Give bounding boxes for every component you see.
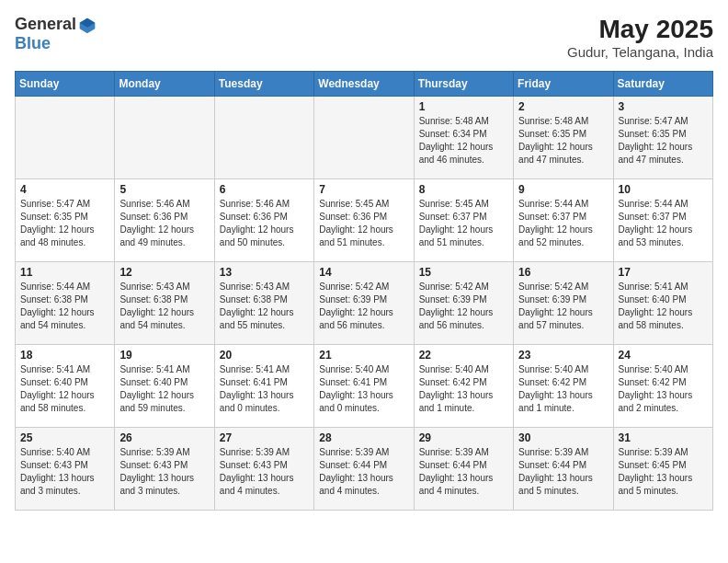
logo-text: General Blue: [15, 15, 97, 53]
day-number: 2: [518, 100, 608, 113]
day-info: Sunrise: 5:39 AM Sunset: 6:43 PM Dayligh…: [119, 446, 209, 498]
day-number: 27: [220, 431, 309, 444]
week-row-1: 1Sunrise: 5:48 AM Sunset: 6:34 PM Daylig…: [16, 97, 713, 179]
calendar-cell: 31Sunrise: 5:39 AM Sunset: 6:45 PM Dayli…: [613, 428, 712, 511]
week-row-3: 11Sunrise: 5:44 AM Sunset: 6:38 PM Dayli…: [16, 262, 713, 345]
day-header-monday: Monday: [115, 72, 214, 97]
calendar-cell: 11Sunrise: 5:44 AM Sunset: 6:38 PM Dayli…: [16, 262, 115, 345]
day-info: Sunrise: 5:43 AM Sunset: 6:38 PM Dayligh…: [119, 281, 209, 332]
day-info: Sunrise: 5:43 AM Sunset: 6:38 PM Dayligh…: [220, 281, 309, 332]
logo-icon: [78, 17, 97, 35]
calendar-cell: 6Sunrise: 5:46 AM Sunset: 6:36 PM Daylig…: [214, 179, 313, 262]
calendar-cell: 30Sunrise: 5:39 AM Sunset: 6:44 PM Dayli…: [514, 428, 613, 511]
page-subtitle: Gudur, Telangana, India: [567, 44, 713, 60]
logo: General Blue: [15, 15, 97, 53]
page-header: General Blue May 2025 Gudur, Telangana, …: [15, 15, 713, 60]
day-info: Sunrise: 5:41 AM Sunset: 6:40 PM Dayligh…: [619, 281, 708, 332]
day-number: 9: [518, 183, 608, 196]
week-row-4: 18Sunrise: 5:41 AM Sunset: 6:40 PM Dayli…: [16, 345, 713, 428]
day-info: Sunrise: 5:41 AM Sunset: 6:41 PM Dayligh…: [220, 363, 309, 415]
day-number: 8: [419, 183, 508, 196]
day-number: 26: [119, 431, 209, 444]
day-info: Sunrise: 5:46 AM Sunset: 6:36 PM Dayligh…: [119, 198, 209, 249]
day-number: 23: [518, 349, 608, 362]
day-info: Sunrise: 5:44 AM Sunset: 6:37 PM Dayligh…: [518, 198, 608, 249]
calendar-cell: 22Sunrise: 5:40 AM Sunset: 6:42 PM Dayli…: [414, 345, 513, 428]
day-info: Sunrise: 5:45 AM Sunset: 6:36 PM Dayligh…: [319, 198, 408, 249]
calendar-cell: [314, 97, 414, 179]
calendar-cell: 3Sunrise: 5:47 AM Sunset: 6:35 PM Daylig…: [613, 97, 712, 179]
day-number: 24: [619, 349, 708, 362]
calendar-cell: 21Sunrise: 5:40 AM Sunset: 6:41 PM Dayli…: [314, 345, 414, 428]
page-title: May 2025: [567, 15, 713, 44]
calendar-cell: 16Sunrise: 5:42 AM Sunset: 6:39 PM Dayli…: [514, 262, 613, 345]
day-number: 25: [20, 431, 109, 444]
day-info: Sunrise: 5:42 AM Sunset: 6:39 PM Dayligh…: [319, 281, 408, 332]
day-info: Sunrise: 5:40 AM Sunset: 6:42 PM Dayligh…: [619, 363, 708, 415]
day-info: Sunrise: 5:48 AM Sunset: 6:34 PM Dayligh…: [419, 115, 508, 167]
day-number: 15: [419, 266, 508, 279]
day-number: 14: [319, 266, 408, 279]
calendar-cell: 4Sunrise: 5:47 AM Sunset: 6:35 PM Daylig…: [16, 179, 115, 262]
calendar-cell: 24Sunrise: 5:40 AM Sunset: 6:42 PM Dayli…: [613, 345, 712, 428]
title-block: May 2025 Gudur, Telangana, India: [567, 15, 713, 60]
day-info: Sunrise: 5:39 AM Sunset: 6:43 PM Dayligh…: [220, 446, 309, 498]
logo-line2: Blue: [15, 35, 97, 53]
day-number: 10: [619, 183, 708, 196]
day-info: Sunrise: 5:48 AM Sunset: 6:35 PM Dayligh…: [518, 115, 608, 167]
calendar-cell: 25Sunrise: 5:40 AM Sunset: 6:43 PM Dayli…: [16, 428, 115, 511]
calendar-cell: 27Sunrise: 5:39 AM Sunset: 6:43 PM Dayli…: [214, 428, 313, 511]
day-header-tuesday: Tuesday: [214, 72, 313, 97]
day-number: 30: [518, 431, 608, 444]
day-number: 4: [20, 183, 109, 196]
day-info: Sunrise: 5:40 AM Sunset: 6:41 PM Dayligh…: [319, 363, 408, 415]
day-info: Sunrise: 5:44 AM Sunset: 6:37 PM Dayligh…: [619, 198, 708, 249]
day-number: 11: [20, 266, 109, 279]
day-info: Sunrise: 5:42 AM Sunset: 6:39 PM Dayligh…: [419, 281, 508, 332]
calendar-cell: 18Sunrise: 5:41 AM Sunset: 6:40 PM Dayli…: [16, 345, 115, 428]
calendar-cell: 8Sunrise: 5:45 AM Sunset: 6:37 PM Daylig…: [414, 179, 513, 262]
day-info: Sunrise: 5:41 AM Sunset: 6:40 PM Dayligh…: [20, 363, 109, 415]
calendar-cell: 13Sunrise: 5:43 AM Sunset: 6:38 PM Dayli…: [214, 262, 313, 345]
day-header-thursday: Thursday: [414, 72, 513, 97]
calendar-cell: 14Sunrise: 5:42 AM Sunset: 6:39 PM Dayli…: [314, 262, 414, 345]
day-info: Sunrise: 5:39 AM Sunset: 6:44 PM Dayligh…: [518, 446, 608, 498]
day-info: Sunrise: 5:47 AM Sunset: 6:35 PM Dayligh…: [619, 115, 708, 167]
day-info: Sunrise: 5:40 AM Sunset: 6:42 PM Dayligh…: [419, 363, 508, 415]
day-info: Sunrise: 5:41 AM Sunset: 6:40 PM Dayligh…: [119, 363, 209, 415]
day-number: 22: [419, 349, 508, 362]
day-number: 21: [319, 349, 408, 362]
calendar-header: SundayMondayTuesdayWednesdayThursdayFrid…: [16, 72, 713, 97]
day-header-sunday: Sunday: [16, 72, 115, 97]
day-header-saturday: Saturday: [613, 72, 712, 97]
day-number: 13: [220, 266, 309, 279]
week-row-5: 25Sunrise: 5:40 AM Sunset: 6:43 PM Dayli…: [16, 428, 713, 511]
calendar-cell: 10Sunrise: 5:44 AM Sunset: 6:37 PM Dayli…: [613, 179, 712, 262]
calendar-cell: 17Sunrise: 5:41 AM Sunset: 6:40 PM Dayli…: [613, 262, 712, 345]
day-number: 31: [619, 431, 708, 444]
day-number: 18: [20, 349, 109, 362]
calendar-cell: 26Sunrise: 5:39 AM Sunset: 6:43 PM Dayli…: [115, 428, 214, 511]
calendar-cell: [214, 97, 313, 179]
day-info: Sunrise: 5:39 AM Sunset: 6:44 PM Dayligh…: [319, 446, 408, 498]
day-info: Sunrise: 5:46 AM Sunset: 6:36 PM Dayligh…: [220, 198, 309, 249]
calendar-cell: 28Sunrise: 5:39 AM Sunset: 6:44 PM Dayli…: [314, 428, 414, 511]
calendar-cell: [16, 97, 115, 179]
day-info: Sunrise: 5:44 AM Sunset: 6:38 PM Dayligh…: [20, 281, 109, 332]
day-number: 19: [119, 349, 209, 362]
calendar-cell: 5Sunrise: 5:46 AM Sunset: 6:36 PM Daylig…: [115, 179, 214, 262]
calendar-cell: 7Sunrise: 5:45 AM Sunset: 6:36 PM Daylig…: [314, 179, 414, 262]
calendar-cell: [115, 97, 214, 179]
day-number: 20: [220, 349, 309, 362]
days-of-week-row: SundayMondayTuesdayWednesdayThursdayFrid…: [16, 72, 713, 97]
day-number: 7: [319, 183, 408, 196]
calendar-cell: 23Sunrise: 5:40 AM Sunset: 6:42 PM Dayli…: [514, 345, 613, 428]
day-number: 28: [319, 431, 408, 444]
day-number: 5: [119, 183, 209, 196]
calendar-body: 1Sunrise: 5:48 AM Sunset: 6:34 PM Daylig…: [16, 97, 713, 511]
day-header-friday: Friday: [514, 72, 613, 97]
day-info: Sunrise: 5:45 AM Sunset: 6:37 PM Dayligh…: [419, 198, 508, 249]
day-info: Sunrise: 5:40 AM Sunset: 6:42 PM Dayligh…: [518, 363, 608, 415]
day-number: 17: [619, 266, 708, 279]
calendar-cell: 29Sunrise: 5:39 AM Sunset: 6:44 PM Dayli…: [414, 428, 513, 511]
